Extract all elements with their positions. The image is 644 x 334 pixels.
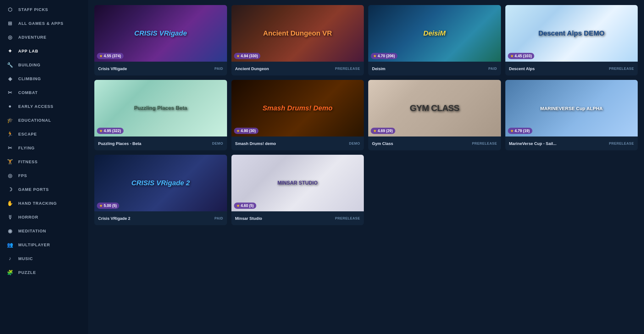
puzzle-icon: 🧩: [6, 269, 14, 276]
game-tag-minsar: PRERELEASE: [335, 216, 360, 220]
rating-badge-ancient-dungeon: ★ 4.94 (330): [234, 53, 261, 59]
star-icon: ★: [373, 54, 376, 58]
game-card-puzzling-places[interactable]: Puzzling Places Beta★ 4.95 (322)Puzzling…: [94, 80, 227, 150]
game-card-gym-class[interactable]: GYM CLASS★ 4.69 (29)Gym ClassPRERELEASE: [368, 80, 501, 150]
sidebar-item-fitness[interactable]: 🏋FITNESS: [0, 155, 88, 169]
game-tag-deisim: PAID: [488, 67, 497, 70]
game-thumbnail-deisim: DeisiM★ 4.70 (206): [368, 5, 501, 62]
game-title-descent-alps: Descent Alps: [509, 66, 607, 71]
sidebar-item-educational[interactable]: 🎓EDUCATIONAL: [0, 113, 88, 127]
game-thumbnail-crisis-vrigade-2: CRISIS VRigade 2★ 5.00 (5): [94, 155, 227, 211]
rating-badge-crisis-vrigade-2: ★ 5.00 (5): [97, 203, 119, 209]
sidebar-item-hand-tracking[interactable]: ✋HAND TRACKING: [0, 196, 88, 210]
building-icon: 🔧: [6, 61, 14, 69]
sidebar-item-puzzle[interactable]: 🧩PUZZLE: [0, 265, 88, 279]
sidebar-item-fps[interactable]: ◎FPS: [0, 169, 88, 182]
sidebar-label-all-games: ALL GAMES & APPS: [18, 21, 64, 26]
sidebar-label-puzzle: PUZZLE: [18, 270, 36, 275]
game-title-crisis-vrigade-2: Crisis VRigade 2: [98, 216, 212, 221]
sidebar-item-combat[interactable]: ✂COMBAT: [0, 86, 88, 99]
game-title-ancient-dungeon: Ancient Dungeon: [235, 66, 333, 71]
sidebar-item-horror[interactable]: ☿HORROR: [0, 210, 88, 224]
sidebar-item-adventure[interactable]: ◎ADVENTURE: [0, 30, 88, 44]
sidebar-label-meditation: MEDITATION: [18, 229, 46, 233]
hand-tracking-icon: ✋: [6, 199, 14, 207]
game-thumbnail-gym-class: GYM CLASS★ 4.69 (29): [368, 80, 501, 136]
meditation-icon: ◉: [6, 227, 14, 235]
game-info-ancient-dungeon: Ancient DungeonPRERELEASE: [231, 62, 364, 75]
game-card-deisim[interactable]: DeisiM★ 4.70 (206)DeisimPAID: [368, 5, 501, 75]
game-tag-gym-class: PRERELEASE: [472, 142, 497, 145]
sidebar-item-meditation[interactable]: ◉MEDITATION: [0, 224, 88, 238]
climbing-icon: ◈: [6, 75, 14, 82]
sidebar-item-app-lab[interactable]: ✦APP LAB: [0, 44, 88, 58]
sidebar-item-flying[interactable]: ✂FLYING: [0, 141, 88, 155]
sidebar-item-multiplayer[interactable]: 👥MULTIPLAYER: [0, 238, 88, 252]
game-card-minsar[interactable]: MINSAR STUDIO★ 4.60 (5)Minsar StudioPRER…: [231, 155, 364, 225]
music-icon: ♪: [6, 255, 14, 262]
game-card-crisis-vrigade-2[interactable]: CRISIS VRigade 2★ 5.00 (5)Crisis VRigade…: [94, 155, 227, 225]
game-info-crisis-vrigade-2: Crisis VRigade 2PAID: [94, 211, 227, 225]
sidebar-label-climbing: CLIMBING: [18, 76, 41, 81]
star-icon: ★: [236, 129, 240, 133]
sidebar-item-music[interactable]: ♪MUSIC: [0, 252, 88, 265]
game-tag-ancient-dungeon: PRERELEASE: [335, 67, 360, 70]
star-icon: ★: [236, 204, 240, 208]
sidebar-item-escape[interactable]: 🏃ESCAPE: [0, 127, 88, 141]
educational-icon: 🎓: [6, 116, 14, 124]
multiplayer-icon: 👥: [6, 241, 14, 248]
rating-badge-smash-drums: ★ 4.90 (30): [234, 128, 258, 134]
sidebar-item-game-ports[interactable]: ☽GAME PORTS: [0, 182, 88, 196]
game-thumbnail-marineverse: MARINEVERSE Cup ALPHA★ 4.79 (19): [505, 80, 638, 136]
sidebar-label-adventure: ADVENTURE: [18, 35, 47, 40]
rating-badge-marineverse: ★ 4.79 (19): [508, 128, 532, 134]
sidebar-item-staff-picks[interactable]: ⬡STAFF PICKS: [0, 3, 88, 16]
star-icon: ★: [510, 54, 514, 58]
game-info-descent-alps: Descent AlpsPRERELEASE: [505, 62, 638, 75]
sidebar-label-horror: HORROR: [18, 215, 38, 220]
game-title-puzzling-places: Puzzling Places - Beta: [98, 141, 210, 146]
game-card-marineverse[interactable]: MARINEVERSE Cup ALPHA★ 4.79 (19)MarineVe…: [505, 80, 638, 150]
star-icon: ★: [373, 129, 376, 133]
sidebar-item-climbing[interactable]: ◈CLIMBING: [0, 72, 88, 86]
star-icon: ★: [99, 54, 103, 58]
sidebar-item-building[interactable]: 🔧BUILDING: [0, 58, 88, 72]
rating-badge-gym-class: ★ 4.69 (29): [371, 128, 395, 134]
game-card-crisis-vrigade[interactable]: CRISIS VRigade★ 4.55 (374)Crisis VRigade…: [94, 5, 227, 75]
sidebar-label-early-access: EARLY ACCESS: [18, 104, 53, 109]
sidebar-label-escape: ESCAPE: [18, 132, 37, 136]
fps-icon: ◎: [6, 172, 14, 179]
rating-badge-puzzling-places: ★ 4.95 (322): [97, 128, 124, 134]
game-thumbnail-crisis-vrigade: CRISIS VRigade★ 4.55 (374): [94, 5, 227, 62]
all-games-icon: ⊞: [6, 19, 14, 27]
star-icon: ★: [99, 204, 103, 208]
sidebar-label-fitness: FITNESS: [18, 159, 38, 164]
sidebar-label-educational: EDUCATIONAL: [18, 118, 51, 123]
escape-icon: 🏃: [6, 130, 14, 138]
game-title-gym-class: Gym Class: [372, 141, 469, 146]
sidebar: ⬡STAFF PICKS⊞ALL GAMES & APPS◎ADVENTURE✦…: [0, 0, 88, 334]
game-tag-puzzling-places: DEMO: [212, 142, 223, 145]
game-card-smash-drums[interactable]: Smash Drums! Demo★ 4.90 (30)Smash Drums!…: [231, 80, 364, 150]
game-info-marineverse: MarineVerse Cup - Sail...PRERELEASE: [505, 136, 638, 150]
game-title-minsar: Minsar Studio: [235, 216, 333, 221]
game-tag-marineverse: PRERELEASE: [609, 142, 634, 145]
main-content: CRISIS VRigade★ 4.55 (374)Crisis VRigade…: [88, 0, 644, 334]
rating-badge-minsar: ★ 4.60 (5): [234, 203, 256, 209]
star-icon: ★: [510, 129, 514, 133]
sidebar-item-all-games[interactable]: ⊞ALL GAMES & APPS: [0, 16, 88, 30]
sidebar-label-game-ports: GAME PORTS: [18, 187, 49, 192]
game-tag-crisis-vrigade-2: PAID: [214, 216, 223, 220]
game-card-descent-alps[interactable]: Descent Alps DEMO★ 4.45 (103)Descent Alp…: [505, 5, 638, 75]
sidebar-label-app-lab: APP LAB: [18, 49, 38, 53]
game-card-ancient-dungeon[interactable]: Ancient Dungeon VR★ 4.94 (330)Ancient Du…: [231, 5, 364, 75]
sidebar-label-building: BUILDING: [18, 63, 41, 67]
sidebar-item-early-access[interactable]: ●EARLY ACCESS: [0, 99, 88, 113]
game-info-puzzling-places: Puzzling Places - BetaDEMO: [94, 136, 227, 150]
game-thumbnail-minsar: MINSAR STUDIO★ 4.60 (5): [231, 155, 364, 211]
sidebar-label-multiplayer: MULTIPLAYER: [18, 242, 50, 247]
game-thumbnail-ancient-dungeon: Ancient Dungeon VR★ 4.94 (330): [231, 5, 364, 62]
game-info-gym-class: Gym ClassPRERELEASE: [368, 136, 501, 150]
games-grid: CRISIS VRigade★ 4.55 (374)Crisis VRigade…: [94, 5, 638, 225]
sidebar-label-music: MUSIC: [18, 256, 33, 261]
